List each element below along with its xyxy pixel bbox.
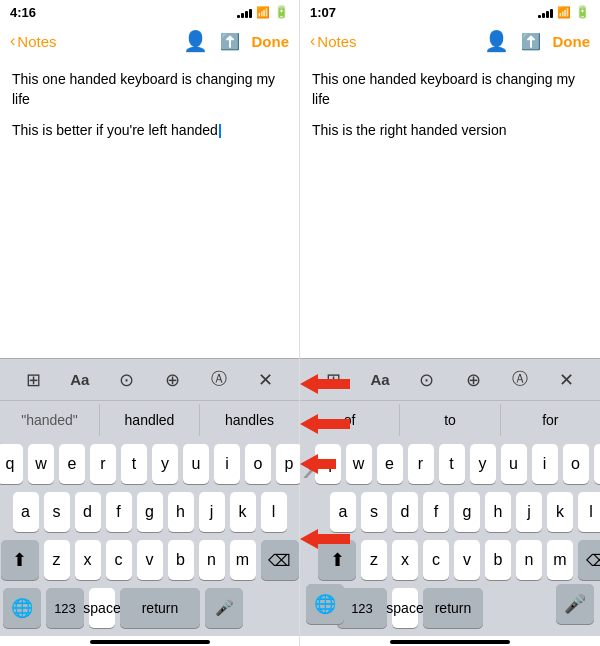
left-panel: 4:16 📶 🔋 ‹ Notes 👤 ⬆️ Done This one hand… xyxy=(0,0,300,646)
left-autocomplete-3[interactable]: handles xyxy=(200,404,299,436)
key-n[interactable]: n xyxy=(199,540,225,580)
right-key-numbers[interactable]: 123 xyxy=(337,588,387,628)
right-key-w[interactable]: w xyxy=(346,444,372,484)
right-key-q[interactable]: q xyxy=(315,444,341,484)
key-v[interactable]: v xyxy=(137,540,163,580)
battery-icon: 🔋 xyxy=(274,5,289,19)
right-key-a[interactable]: a xyxy=(330,492,356,532)
key-g[interactable]: g xyxy=(137,492,163,532)
right-key-o[interactable]: o xyxy=(563,444,589,484)
right-key-d[interactable]: d xyxy=(392,492,418,532)
right-key-space[interactable]: space xyxy=(392,588,418,628)
right-keyboard: › q w e r t y u i o p a s d f g xyxy=(300,438,600,636)
left-autocomplete-2[interactable]: handled xyxy=(100,404,200,436)
key-shift[interactable]: ⬆ xyxy=(1,540,39,580)
key-p[interactable]: p xyxy=(276,444,302,484)
right-autocomplete-3[interactable]: for xyxy=(501,404,600,436)
left-share-icon[interactable]: ⬆️ xyxy=(220,32,240,51)
right-toolbar-close-icon[interactable]: ✕ xyxy=(551,369,583,391)
key-numbers[interactable]: 123 xyxy=(46,588,84,628)
right-key-y[interactable]: y xyxy=(470,444,496,484)
right-key-n[interactable]: n xyxy=(516,540,542,580)
left-toolbar-check-icon[interactable]: ⊙ xyxy=(110,369,142,391)
key-return[interactable]: return xyxy=(120,588,200,628)
right-note-content: This one handed keyboard is changing my … xyxy=(300,60,600,358)
right-key-f[interactable]: f xyxy=(423,492,449,532)
left-nav-bar: ‹ Notes 👤 ⬆️ Done xyxy=(0,22,299,60)
right-toolbar-a-icon[interactable]: Ⓐ xyxy=(504,369,536,390)
key-w[interactable]: w xyxy=(28,444,54,484)
right-key-k[interactable]: k xyxy=(547,492,573,532)
key-o[interactable]: o xyxy=(245,444,271,484)
key-z[interactable]: z xyxy=(44,540,70,580)
right-key-i[interactable]: i xyxy=(532,444,558,484)
right-autocomplete-1[interactable]: of xyxy=(300,404,400,436)
left-keyboard: q w e r t y u i o p a s d f g h j k l ⬆ … xyxy=(0,438,299,636)
key-globe[interactable]: 🌐 xyxy=(3,588,41,628)
right-key-g[interactable]: g xyxy=(454,492,480,532)
right-share-icon[interactable]: ⬆️ xyxy=(521,32,541,51)
right-toolbar-plus-icon[interactable]: ⊕ xyxy=(457,369,489,391)
right-add-person-icon[interactable]: 👤 xyxy=(484,29,509,53)
right-key-shift[interactable]: ⬆ xyxy=(318,540,356,580)
key-y[interactable]: y xyxy=(152,444,178,484)
key-h[interactable]: h xyxy=(168,492,194,532)
right-key-e[interactable]: e xyxy=(377,444,403,484)
right-key-j[interactable]: j xyxy=(516,492,542,532)
right-done-button[interactable]: Done xyxy=(553,33,591,50)
key-m[interactable]: m xyxy=(230,540,256,580)
key-l[interactable]: l xyxy=(261,492,287,532)
right-key-globe[interactable]: 🌐 xyxy=(306,584,344,624)
key-s[interactable]: s xyxy=(44,492,70,532)
right-autocomplete-2[interactable]: to xyxy=(400,404,500,436)
left-toolbar-plus-icon[interactable]: ⊕ xyxy=(157,369,189,391)
right-wifi-icon: 📶 xyxy=(557,6,571,19)
right-key-b[interactable]: b xyxy=(485,540,511,580)
key-i[interactable]: i xyxy=(214,444,240,484)
right-key-s[interactable]: s xyxy=(361,492,387,532)
left-back-button[interactable]: ‹ Notes xyxy=(10,32,57,50)
key-t[interactable]: t xyxy=(121,444,147,484)
left-toolbar-a-icon[interactable]: Ⓐ xyxy=(203,369,235,390)
key-f[interactable]: f xyxy=(106,492,132,532)
right-key-return[interactable]: return xyxy=(423,588,483,628)
right-toolbar-check-icon[interactable]: ⊙ xyxy=(411,369,443,391)
key-k[interactable]: k xyxy=(230,492,256,532)
left-toolbar-aa-icon[interactable]: Aa xyxy=(64,371,96,388)
right-key-x[interactable]: x xyxy=(392,540,418,580)
key-b[interactable]: b xyxy=(168,540,194,580)
key-delete[interactable]: ⌫ xyxy=(261,540,299,580)
key-e[interactable]: e xyxy=(59,444,85,484)
key-q[interactable]: q xyxy=(0,444,23,484)
right-key-h[interactable]: h xyxy=(485,492,511,532)
left-toolbar-close-icon[interactable]: ✕ xyxy=(250,369,282,391)
right-key-mic[interactable]: 🎤 xyxy=(556,584,594,624)
right-key-t[interactable]: t xyxy=(439,444,465,484)
key-j[interactable]: j xyxy=(199,492,225,532)
right-key-delete[interactable]: ⌫ xyxy=(578,540,600,580)
right-toolbar-aa-icon[interactable]: Aa xyxy=(364,371,396,388)
key-d[interactable]: d xyxy=(75,492,101,532)
right-back-text: Notes xyxy=(317,33,356,50)
right-key-v[interactable]: v xyxy=(454,540,480,580)
left-add-person-icon[interactable]: 👤 xyxy=(183,29,208,53)
right-toolbar-table-icon[interactable]: ⊞ xyxy=(317,369,349,391)
left-toolbar-table-icon[interactable]: ⊞ xyxy=(17,369,49,391)
left-done-button[interactable]: Done xyxy=(252,33,290,50)
key-u[interactable]: u xyxy=(183,444,209,484)
right-key-m[interactable]: m xyxy=(547,540,573,580)
key-a[interactable]: a xyxy=(13,492,39,532)
right-back-button[interactable]: ‹ Notes xyxy=(310,32,357,50)
key-c[interactable]: c xyxy=(106,540,132,580)
right-key-c[interactable]: c xyxy=(423,540,449,580)
key-space[interactable]: space xyxy=(89,588,115,628)
right-key-u[interactable]: u xyxy=(501,444,527,484)
key-mic[interactable]: 🎤 xyxy=(205,588,243,628)
right-key-p[interactable]: p xyxy=(594,444,601,484)
key-r[interactable]: r xyxy=(90,444,116,484)
left-autocomplete-1[interactable]: "handed" xyxy=(0,404,100,436)
right-key-z[interactable]: z xyxy=(361,540,387,580)
key-x[interactable]: x xyxy=(75,540,101,580)
right-key-r[interactable]: r xyxy=(408,444,434,484)
right-key-l[interactable]: l xyxy=(578,492,600,532)
